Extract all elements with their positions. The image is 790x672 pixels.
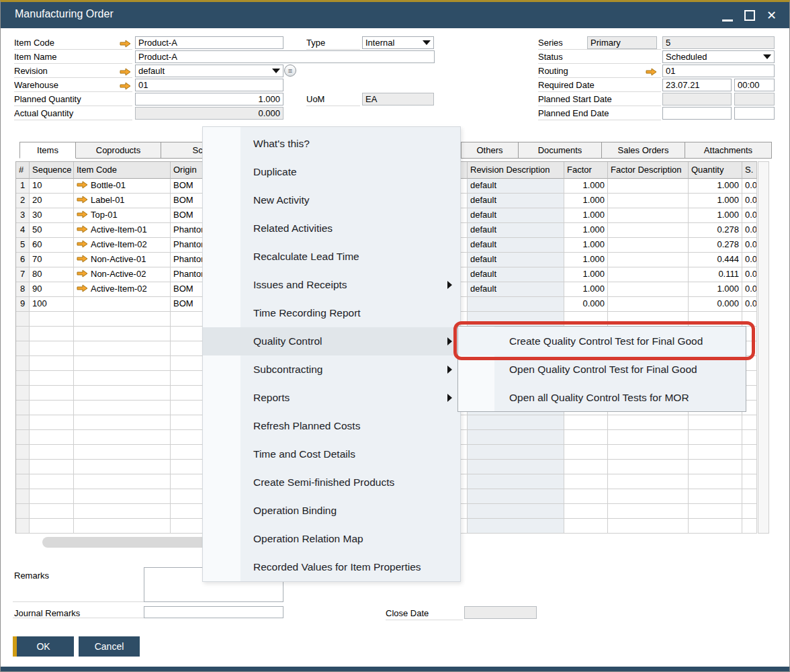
cell-s[interactable]: 0.000 — [742, 223, 757, 238]
cell-revision-description[interactable] — [468, 445, 564, 460]
tab-attachments[interactable]: Attachments — [685, 142, 772, 159]
cell-factor[interactable] — [564, 489, 608, 504]
cell-quantity[interactable]: 1.000 — [689, 282, 742, 297]
cell-sequence[interactable]: 20 — [30, 194, 74, 208]
cell-sequence[interactable] — [30, 371, 74, 386]
cell-revision-description[interactable] — [468, 504, 564, 519]
cell-sequence[interactable] — [30, 341, 74, 356]
cell-quantity[interactable] — [689, 489, 742, 504]
cell-item-code[interactable] — [74, 371, 171, 386]
cell-revision-description[interactable]: default — [468, 179, 564, 194]
tab-sales-orders[interactable]: Sales Orders — [601, 142, 685, 159]
menu-item-time-and-cost-details[interactable]: Time and Cost Details — [203, 440, 460, 468]
cell-item-code[interactable] — [74, 489, 171, 504]
link-arrow-icon[interactable] — [77, 209, 88, 217]
cell-factor-description[interactable] — [608, 415, 689, 430]
menu-item-operation-binding[interactable]: Operation Binding — [203, 497, 460, 525]
menu-item-recorded-values-for-item-properties[interactable]: Recorded Values for Item Properties — [203, 553, 460, 581]
cell-factor[interactable]: 1.000 — [564, 194, 608, 208]
cell-quantity[interactable] — [689, 445, 742, 460]
cell-item-code[interactable] — [74, 386, 171, 401]
cell-sequence[interactable] — [30, 386, 74, 401]
field-required-date-time[interactable]: 00:00 — [734, 79, 775, 91]
menu-item-reports[interactable]: Reports — [203, 384, 460, 412]
cell-revision-description[interactable]: default — [468, 282, 564, 297]
submenu-item-open-quality-control-test-for-final-good[interactable]: Open Quality Control Test for Final Good — [458, 355, 746, 384]
cell-factor[interactable] — [564, 312, 608, 327]
cell-quantity[interactable] — [689, 312, 742, 327]
cell-factor-description[interactable] — [608, 253, 689, 267]
field-item-code[interactable]: Product-A — [135, 36, 283, 49]
menu-item-recalculate-lead-time[interactable]: Recalculate Lead Time — [203, 243, 460, 271]
cell-quantity[interactable]: 1.000 — [689, 179, 742, 194]
field-planned-end-date-date[interactable] — [662, 107, 732, 120]
cell-item-code[interactable]: Bottle-01 — [74, 179, 171, 194]
cell-sequence[interactable] — [30, 430, 74, 445]
cell-factor[interactable]: 1.000 — [564, 208, 608, 223]
cell-revision-description[interactable]: default — [468, 223, 564, 238]
cell-sequence[interactable] — [30, 519, 74, 534]
cell-s[interactable] — [742, 415, 757, 430]
type-combo[interactable]: Internal — [362, 36, 434, 49]
link-arrow-icon[interactable] — [77, 194, 88, 202]
cell-factor-description[interactable] — [608, 445, 689, 460]
menu-item-what-s-this[interactable]: What's this? — [203, 130, 460, 158]
tab-coproducts[interactable]: Coproducts — [75, 142, 161, 159]
cell-quantity[interactable] — [689, 415, 742, 430]
cell-s[interactable] — [742, 445, 757, 460]
cell-factor[interactable]: 1.000 — [564, 179, 608, 194]
link-arrow-icon[interactable] — [120, 38, 132, 47]
menu-item-create-semi-finished-products[interactable]: Create Semi-finished Products — [203, 468, 460, 497]
cell-quantity[interactable]: 0.278 — [689, 238, 742, 253]
cell-sequence[interactable] — [30, 415, 74, 430]
cell-factor-description[interactable] — [608, 474, 689, 489]
cell-factor-description[interactable] — [608, 489, 689, 504]
cell-s[interactable] — [742, 312, 757, 327]
cancel-button[interactable]: Cancel — [79, 636, 140, 657]
cell-s[interactable]: 0.000 — [742, 253, 757, 267]
cell-s[interactable] — [742, 474, 757, 489]
cell-item-code[interactable] — [74, 430, 171, 445]
cell-item-code[interactable] — [74, 460, 171, 474]
cell-sequence[interactable] — [30, 489, 74, 504]
cell-sequence[interactable]: 70 — [30, 253, 74, 267]
cell-revision-description[interactable]: default — [468, 267, 564, 282]
cell-sequence[interactable] — [30, 460, 74, 474]
close-button[interactable]: ✕ — [764, 6, 781, 25]
cell-revision-description[interactable] — [468, 474, 564, 489]
cell-sequence[interactable] — [30, 327, 74, 341]
cell-s[interactable]: 0.000 — [742, 208, 757, 223]
cell-factor[interactable]: 1.000 — [564, 238, 608, 253]
link-arrow-icon[interactable] — [77, 268, 88, 276]
cell-factor-description[interactable] — [608, 238, 689, 253]
cell-revision-description[interactable] — [468, 460, 564, 474]
cell-revision-description[interactable]: default — [468, 238, 564, 253]
menu-item-quality-control[interactable]: Quality Control — [203, 327, 460, 355]
link-arrow-icon[interactable] — [646, 67, 658, 75]
cell-item-code[interactable]: Top-01 — [74, 208, 171, 223]
menu-item-time-recording-report[interactable]: Time Recording Report — [203, 299, 460, 327]
cell-item-code[interactable]: Label-01 — [74, 194, 171, 208]
cell-quantity[interactable] — [689, 460, 742, 474]
cell-s[interactable] — [742, 504, 757, 519]
cell-s[interactable]: 0.000 — [742, 267, 757, 282]
cell-quantity[interactable]: 0.111 — [689, 267, 742, 282]
cell-quantity[interactable]: 1.000 — [689, 208, 742, 223]
vertical-scrollbar[interactable] — [758, 161, 769, 534]
cell-item-code[interactable] — [74, 297, 171, 312]
cell-revision-description[interactable] — [468, 430, 564, 445]
list-options-icon[interactable]: ≡ — [284, 65, 296, 77]
cell-item-code[interactable]: Active-Item-02 — [74, 238, 171, 253]
tab-items[interactable]: Items — [19, 142, 76, 159]
tab-others[interactable]: Others — [461, 142, 519, 159]
cell-sequence[interactable]: 50 — [30, 223, 74, 238]
cell-revision-description[interactable] — [468, 489, 564, 504]
cell-quantity[interactable]: 0.278 — [689, 223, 742, 238]
cell-factor-description[interactable] — [608, 460, 689, 474]
cell-s[interactable]: 0.000 — [742, 194, 757, 208]
cell-revision-description[interactable]: default — [468, 253, 564, 267]
cell-sequence[interactable] — [30, 312, 74, 327]
cell-s[interactable]: 0.000 — [742, 282, 757, 297]
menu-item-operation-relation-map[interactable]: Operation Relation Map — [203, 525, 460, 553]
cell-factor[interactable]: 1.000 — [564, 282, 608, 297]
